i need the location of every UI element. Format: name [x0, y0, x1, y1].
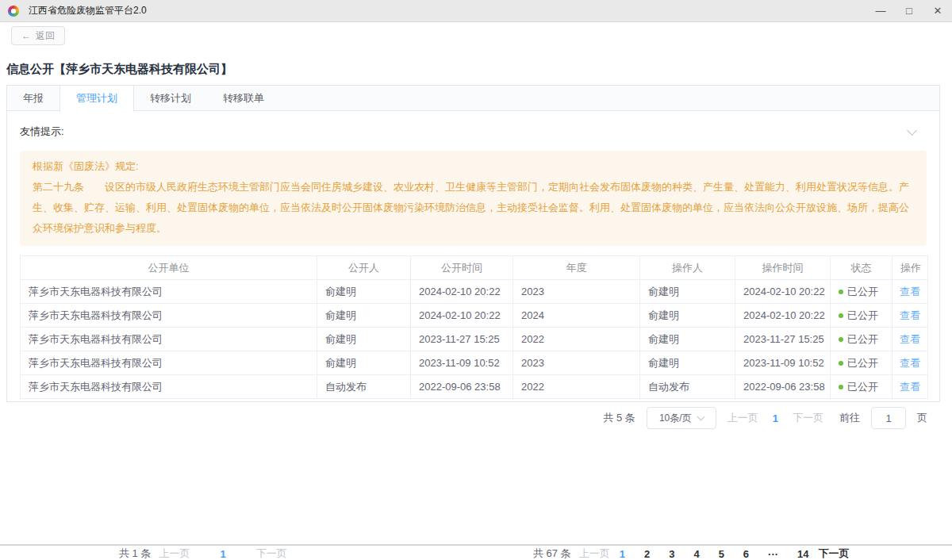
- page-number-6[interactable]: 6: [743, 548, 749, 560]
- page-number-5[interactable]: 5: [719, 548, 724, 560]
- action-cell: 查看: [892, 375, 928, 399]
- maximize-button[interactable]: □: [895, 0, 923, 22]
- table-cell: 萍乡市天东电器科技有限公司: [21, 375, 317, 399]
- action-cell: 查看: [892, 328, 928, 351]
- goto-label: 前往: [839, 411, 860, 425]
- chevron-down-icon[interactable]: [907, 125, 917, 136]
- next-page-button[interactable]: 下一页: [819, 547, 850, 560]
- more-pages-button[interactable]: ···: [768, 548, 778, 560]
- table-row: 萍乡市天东电器科技有限公司俞建明2024-02-10 20:222024俞建明2…: [21, 304, 928, 328]
- goto-page-input[interactable]: [871, 407, 906, 429]
- page-size-value: 10条/页: [659, 412, 692, 425]
- page-number-1[interactable]: 1: [620, 548, 625, 560]
- table-row: 萍乡市天东电器科技有限公司俞建明2024-02-10 20:222023俞建明2…: [21, 280, 928, 304]
- table-cell: 萍乡市天东电器科技有限公司: [21, 328, 317, 351]
- page-size-select[interactable]: 10条/页: [647, 407, 716, 429]
- prev-page-button[interactable]: 上一页: [579, 547, 610, 560]
- notice-label: 友情提示:: [20, 125, 64, 139]
- regulation-alert: 根据新《固废法》规定: 第二十九条 设区的市级人民政府生态环境主管部门应当会同住…: [20, 151, 927, 246]
- table-cell: 2023-11-27 15:25: [735, 328, 831, 351]
- tab-转移计划[interactable]: 转移计划: [134, 86, 207, 110]
- next-page-button[interactable]: 下一页: [793, 411, 823, 425]
- tab-管理计划[interactable]: 管理计划: [60, 86, 134, 112]
- close-button[interactable]: ✕: [923, 0, 952, 22]
- tab-年报[interactable]: 年报: [7, 86, 60, 110]
- page-title: 信息公开【萍乡市天东电器科技有限公司】: [6, 62, 232, 77]
- table-cell: 俞建明: [317, 328, 411, 351]
- table-cell: 自动发布: [317, 375, 411, 399]
- goto-suffix: 页: [917, 411, 927, 425]
- prev-page-button[interactable]: 上一页: [159, 547, 190, 560]
- alert-line2: 第二十九条 设区的市级人民政府生态环境主管部门应当会同住房城乡建设、农业农村、卫…: [33, 177, 914, 239]
- status-dot-icon: [839, 385, 843, 389]
- app-window: 江西省危险废物监管平台2.0 — □ ✕ ← 返回 信息公开【萍乡市天东电器科技…: [0, 0, 952, 560]
- back-button[interactable]: ← 返回: [11, 26, 65, 45]
- table-cell: 俞建明: [640, 328, 735, 351]
- action-cell: 查看: [892, 304, 928, 328]
- table-cell: 俞建明: [640, 304, 735, 328]
- pager-total: 共 67 条: [533, 547, 571, 560]
- table-cell: 2024-02-10 20:22: [735, 280, 831, 304]
- tab-转移联单[interactable]: 转移联单: [207, 86, 280, 110]
- table-pagination: 共 5 条 10条/页 上一页 1 下一页 前往 页: [20, 407, 927, 429]
- table-cell: 俞建明: [317, 280, 411, 304]
- status-text: 已公开: [847, 309, 878, 321]
- status-text: 已公开: [847, 286, 878, 297]
- prev-page-button[interactable]: 上一页: [727, 411, 758, 425]
- page-number-4[interactable]: 4: [693, 548, 699, 560]
- column-header: 公开时间: [411, 256, 513, 280]
- status-cell: 已公开: [831, 280, 892, 304]
- view-link[interactable]: 查看: [900, 333, 920, 345]
- table-row: 萍乡市天东电器科技有限公司自动发布2022-09-06 23:582022自动发…: [21, 375, 928, 399]
- page-number-1[interactable]: 1: [220, 548, 225, 560]
- status-cell: 已公开: [831, 375, 892, 399]
- table-cell: 俞建明: [317, 351, 411, 375]
- table-cell: 萍乡市天东电器科技有限公司: [21, 280, 317, 304]
- pager-total: 共 1 条: [119, 547, 151, 560]
- table-row: 萍乡市天东电器科技有限公司俞建明2023-11-09 10:522023俞建明2…: [21, 351, 928, 375]
- status-text: 已公开: [847, 357, 878, 369]
- table-cell: 2022: [513, 328, 640, 351]
- table-cell: 2023-11-27 15:25: [411, 328, 513, 351]
- minimize-button[interactable]: —: [866, 0, 895, 22]
- app-icon: [8, 6, 19, 17]
- table-cell: 2023-11-09 10:52: [411, 351, 513, 375]
- action-cell: 查看: [892, 280, 928, 304]
- status-dot-icon: [839, 337, 843, 342]
- table-cell: 2024-02-10 20:22: [411, 304, 513, 328]
- notice-header: 友情提示:: [20, 122, 927, 141]
- chevron-down-icon: [697, 413, 704, 421]
- action-cell: 查看: [892, 351, 928, 375]
- alert-line1: 根据新《固废法》规定:: [33, 156, 914, 177]
- view-link[interactable]: 查看: [900, 286, 920, 297]
- page-number-3[interactable]: 3: [669, 548, 674, 560]
- column-header: 年度: [513, 256, 640, 280]
- table-cell: 2024-02-10 20:22: [735, 304, 831, 328]
- table-head-row: 公开单位公开人公开时间年度操作人操作时间状态操作: [21, 256, 928, 280]
- table-cell: 2022-09-06 23:58: [735, 375, 831, 399]
- page-number-14[interactable]: 14: [797, 548, 808, 560]
- page-numbers: 123456···14: [620, 548, 809, 560]
- bottom-pager-right: 共 67 条上一页123456···14下一页: [533, 547, 850, 560]
- next-page-button[interactable]: 下一页: [256, 547, 287, 560]
- status-cell: 已公开: [831, 328, 892, 351]
- table-cell: 自动发布: [640, 375, 735, 399]
- table-row: 萍乡市天东电器科技有限公司俞建明2023-11-27 15:252022俞建明2…: [21, 328, 928, 351]
- view-link[interactable]: 查看: [900, 381, 920, 393]
- view-link[interactable]: 查看: [900, 357, 920, 369]
- back-button-label: 返回: [36, 29, 55, 43]
- column-header: 操作: [892, 256, 928, 280]
- current-page-number[interactable]: 1: [770, 412, 781, 424]
- status-text: 已公开: [847, 333, 878, 345]
- table-body: 萍乡市天东电器科技有限公司俞建明2024-02-10 20:222023俞建明2…: [21, 280, 928, 399]
- view-link[interactable]: 查看: [900, 309, 920, 321]
- page-number-2[interactable]: 2: [644, 548, 650, 560]
- column-header: 状态: [831, 256, 892, 280]
- status-dot-icon: [839, 290, 843, 294]
- total-count: 共 5 条: [603, 411, 635, 425]
- status-cell: 已公开: [831, 304, 892, 328]
- window-titlebar: 江西省危险废物监管平台2.0 — □ ✕: [0, 0, 952, 22]
- table-cell: 2024: [513, 304, 640, 328]
- window-title: 江西省危险废物监管平台2.0: [29, 4, 147, 17]
- page-numbers: 1: [220, 548, 225, 560]
